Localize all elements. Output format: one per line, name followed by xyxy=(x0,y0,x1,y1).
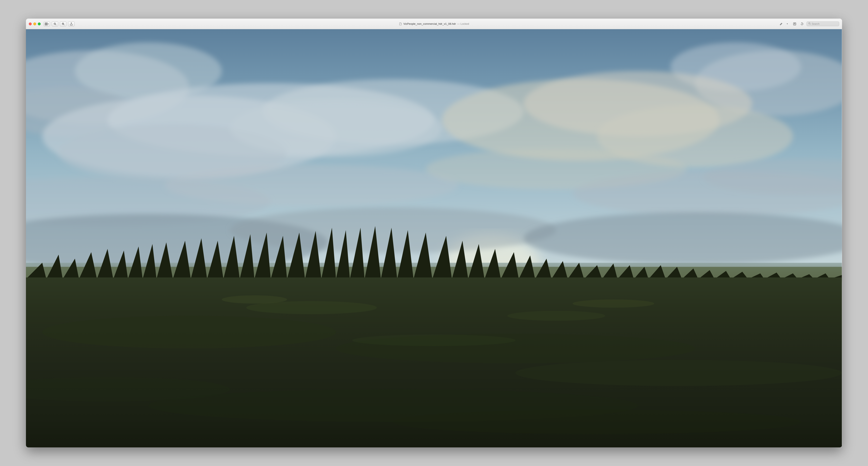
view-dropdown-arrow: ▾ xyxy=(48,23,49,25)
svg-point-44 xyxy=(516,360,842,386)
search-input[interactable] xyxy=(812,23,837,25)
panorama-svg xyxy=(26,29,842,447)
file-icon xyxy=(399,22,402,26)
share-icon xyxy=(70,23,73,25)
svg-point-49 xyxy=(352,335,516,346)
svg-point-48 xyxy=(507,311,605,321)
svg-rect-2 xyxy=(45,24,46,25)
export-icon xyxy=(793,22,796,26)
svg-point-46 xyxy=(393,410,801,434)
maximize-button[interactable] xyxy=(38,23,41,25)
pen-icon xyxy=(780,23,783,25)
close-button[interactable] xyxy=(29,23,32,25)
main-window: ▾ xyxy=(26,19,842,447)
pen-dropdown-button[interactable] xyxy=(784,22,790,26)
share-button[interactable] xyxy=(68,22,74,26)
minimize-button[interactable] xyxy=(33,23,36,25)
svg-rect-1 xyxy=(46,23,48,24)
titlebar: ▾ xyxy=(26,19,842,29)
zoom-in-icon xyxy=(62,23,65,25)
rotate-icon xyxy=(800,22,804,26)
content-area xyxy=(26,29,842,447)
svg-point-31 xyxy=(165,165,459,206)
pen-dropdown-icon xyxy=(786,23,788,25)
search-box[interactable] xyxy=(806,22,839,26)
rotate-button[interactable] xyxy=(799,22,805,26)
hdr-scene xyxy=(26,29,842,447)
traffic-lights xyxy=(29,23,41,25)
view-toggle-icon xyxy=(45,23,48,25)
svg-point-41 xyxy=(42,316,336,348)
zoom-in-button[interactable] xyxy=(60,22,66,26)
svg-line-5 xyxy=(55,24,56,25)
window-title: VizPeople_non_commercial_hdr_v1_08.hdr xyxy=(403,22,456,25)
pen-edit-button[interactable] xyxy=(778,22,784,26)
toolbar-left: ▾ xyxy=(43,22,74,26)
svg-point-12 xyxy=(809,23,810,24)
search-icon xyxy=(808,22,811,25)
svg-rect-3 xyxy=(46,24,48,25)
toolbar-right xyxy=(778,22,839,26)
svg-point-26 xyxy=(230,99,442,157)
zoom-out-icon xyxy=(54,23,56,25)
svg-point-51 xyxy=(573,300,654,308)
export-button[interactable] xyxy=(792,22,798,26)
title-area: VizPeople_non_commercial_hdr_v1_08.hdr —… xyxy=(399,22,469,26)
svg-point-50 xyxy=(222,296,287,304)
view-toggle-button[interactable]: ▾ xyxy=(43,22,50,26)
zoom-out-button[interactable] xyxy=(52,22,58,26)
svg-rect-0 xyxy=(45,23,46,24)
svg-line-13 xyxy=(810,24,811,25)
locked-label: — Locked xyxy=(457,22,469,25)
svg-line-8 xyxy=(64,24,64,25)
